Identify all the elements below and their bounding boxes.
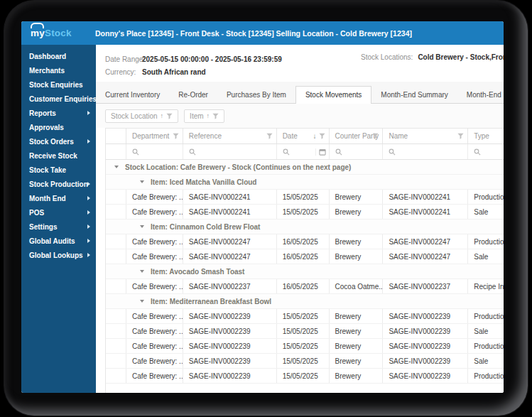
sidebar-item-dashboard[interactable]: Dashboard <box>21 49 96 63</box>
sidebar-item-label: Stock Enquiries <box>29 81 83 89</box>
filter-icon[interactable] <box>166 113 173 119</box>
table-row[interactable]: Cafe Brewery: ...SAGE-INV000224115/05/20… <box>106 205 504 220</box>
cell-counter-party: Brewery <box>329 234 383 249</box>
cell-name: SAGE-INV0002239 <box>382 324 467 338</box>
group-row-label: Item: Cinnamon Cold Brew Float <box>151 223 260 231</box>
column-header-name[interactable]: Name <box>382 129 467 143</box>
column-header-date[interactable]: Date↓ <box>276 129 329 143</box>
cell-date: 15/05/2025 <box>276 354 329 368</box>
filter-cell-reference[interactable] <box>183 144 276 159</box>
grid-body: Stock Location: Cafe Brewery - Stock (Co… <box>106 160 504 393</box>
expand-column-filter-cell <box>106 144 126 159</box>
column-header-type[interactable]: Type <box>467 129 504 143</box>
cell-name: SAGE-INV0002241 <box>382 205 467 219</box>
search-icon <box>283 148 290 156</box>
filter-summary-bar: Date Range: 2025-05-15 00:00:00 - 2025-0… <box>96 45 504 82</box>
sidebar-item-month-end[interactable]: Month End <box>21 191 96 205</box>
table-row[interactable]: Cafe Brewery: ...SAGE-INV000223716/05/20… <box>106 279 504 294</box>
filter-icon[interactable] <box>212 113 219 119</box>
sidebar-item-label: Reports <box>29 109 56 117</box>
group-row-level-2: Item: Avocado Smash Toast <box>106 264 504 279</box>
stock-locations-value[interactable]: Cold Brewery - Stock,Front Desk - Sto <box>418 53 504 61</box>
group-chip-label: Item <box>190 112 203 120</box>
collapse-arrow-icon[interactable] <box>114 166 119 168</box>
cell-type: Production D <box>467 234 504 249</box>
tab-month-end-summary[interactable]: Month-End Summary <box>371 87 457 103</box>
sidebar-item-reports[interactable]: Reports <box>21 106 96 120</box>
group-chip-item[interactable]: Item↑ <box>184 109 224 123</box>
collapse-arrow-icon[interactable] <box>140 225 144 228</box>
calendar-icon[interactable] <box>315 148 326 156</box>
group-row-label: Item: Iced Matcha Vanilla Cloud <box>151 178 256 186</box>
cell-reference: SAGE-INV0002239 <box>183 339 276 353</box>
filter-icon[interactable] <box>457 133 464 139</box>
table-row[interactable]: Cafe Brewery: ...SAGE-INV000223915/05/20… <box>106 369 504 384</box>
filter-icon[interactable] <box>319 133 325 139</box>
filter-icon[interactable] <box>372 133 379 139</box>
table-row[interactable]: Cafe Brewery: ...SAGE-INV000224115/05/20… <box>106 190 504 205</box>
stock-locations-label: Stock Locations: <box>361 53 413 61</box>
cell-name: SAGE-INV0002247 <box>382 249 467 264</box>
cell-reference: SAGE-INV0002247 <box>183 249 276 264</box>
filter-cell-type[interactable] <box>467 144 504 159</box>
cell-counter-party: Cocoa Oatme... <box>329 279 383 293</box>
sidebar-item-stock-orders[interactable]: Stock Orders <box>21 134 96 148</box>
tab-label: Purchases By Item <box>227 91 286 99</box>
window-title: Donny's Place [12345] - Front Desk - Sto… <box>95 29 412 38</box>
date-range-value[interactable]: 2025-05-15 00:00:00 - 2025-05-16 23:59:5… <box>142 55 282 63</box>
sidebar-item-stock-production[interactable]: Stock Production <box>21 177 96 191</box>
tab-current-inventory[interactable]: Current Inventory <box>96 87 169 103</box>
column-header-reference[interactable]: Reference <box>183 129 276 143</box>
currency-value[interactable]: South African rand <box>142 68 206 76</box>
collapse-arrow-icon[interactable] <box>140 180 144 183</box>
cell-type: Production D <box>467 190 504 204</box>
cell-counter-party: Brewery <box>329 369 383 383</box>
table-row[interactable]: Cafe Brewery: ...SAGE-INV000223915/05/20… <box>106 324 504 339</box>
tab-purchases-by-item[interactable]: Purchases By Item <box>217 87 295 103</box>
cell-department: Cafe Brewery: ... <box>126 205 183 219</box>
sidebar-item-pos[interactable]: POS <box>21 205 96 220</box>
cell-reference: SAGE-INV0002237 <box>183 279 276 293</box>
main-layout: DashboardMerchantsStock EnquiriesCustome… <box>21 45 504 393</box>
collapse-arrow-icon[interactable] <box>140 300 144 303</box>
group-chip-stock-location[interactable]: Stock Location↑ <box>105 109 178 123</box>
logo-text-my: my <box>31 28 45 38</box>
filter-cell-department[interactable] <box>126 144 183 159</box>
sidebar-item-stock-enquiries[interactable]: Stock Enquiries <box>21 77 96 92</box>
group-chip-label: Stock Location <box>111 112 158 120</box>
collapse-arrow-icon[interactable] <box>140 270 144 273</box>
tab-re-order[interactable]: Re-Order <box>169 87 217 103</box>
column-header-department[interactable]: Department <box>126 129 183 143</box>
row-expand-spacer <box>106 234 126 249</box>
sidebar-item-merchants[interactable]: Merchants <box>21 63 96 77</box>
filter-cell-counter-party[interactable] <box>329 144 383 159</box>
sidebar-item-label: Dashboard <box>29 53 66 60</box>
chevron-right-icon <box>87 111 90 115</box>
filter-cell-name[interactable] <box>382 144 467 159</box>
sidebar-item-label: Stock Take <box>29 166 66 174</box>
sidebar-item-receive-stock[interactable]: Receive Stock <box>21 148 96 163</box>
cell-type: Sale <box>467 249 504 264</box>
tab-label: Month-End Summary <box>381 91 447 99</box>
table-row[interactable]: Cafe Brewery: ...SAGE-INV000224716/05/20… <box>106 249 504 264</box>
sidebar-item-settings[interactable]: Settings <box>21 220 96 234</box>
sidebar-item-stock-take[interactable]: Stock Take <box>21 163 96 177</box>
row-expand-spacer <box>106 324 126 338</box>
sidebar-item-approvals[interactable]: Approvals <box>21 120 96 134</box>
sidebar-item-global-lookups[interactable]: Global Lookups <box>21 248 96 262</box>
sidebar-item-global-audits[interactable]: Global Audits <box>21 234 96 248</box>
table-row[interactable]: Cafe Brewery: ...SAGE-INV000224716/05/20… <box>106 234 504 249</box>
filter-icon[interactable] <box>266 133 273 139</box>
expand-column-header <box>106 129 126 143</box>
column-header-counter-party[interactable]: Counter Party <box>329 129 383 143</box>
tab-month-end-items[interactable]: Month-End Items <box>457 87 504 103</box>
sidebar-item-label: Merchants <box>29 67 65 75</box>
tab-stock-movements[interactable]: Stock Movements <box>295 86 371 104</box>
table-row[interactable]: Cafe Brewery: ...SAGE-INV000223915/05/20… <box>106 354 504 369</box>
table-row[interactable]: Cafe Brewery: ...SAGE-INV000223915/05/20… <box>106 339 504 354</box>
table-row[interactable]: Cafe Brewery: ...SAGE-INV000223915/05/20… <box>106 309 504 324</box>
sidebar-item-customer-enquiries[interactable]: Customer Enquiries <box>21 92 96 106</box>
filter-icon[interactable] <box>173 133 179 139</box>
filter-cell-date[interactable] <box>276 144 329 159</box>
sidebar-nav: DashboardMerchantsStock EnquiriesCustome… <box>21 45 96 393</box>
